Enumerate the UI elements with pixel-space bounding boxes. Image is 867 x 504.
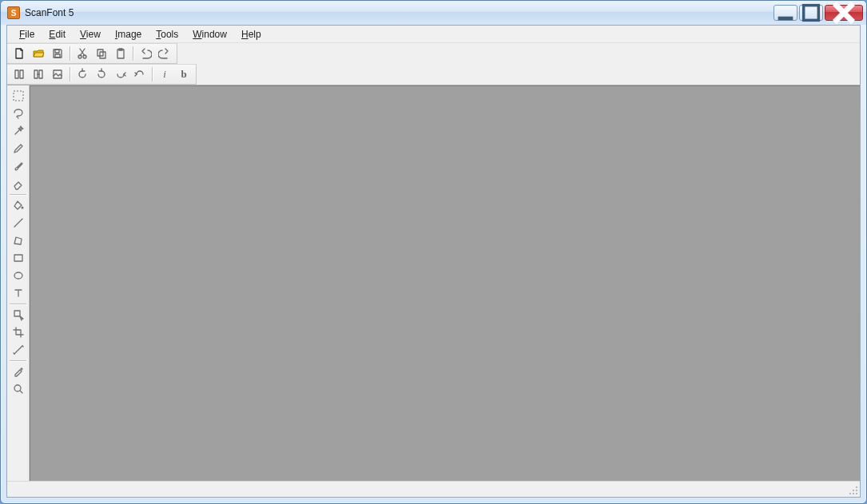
svg-point-12 [22, 207, 24, 209]
paste-button[interactable] [112, 45, 129, 62]
pencil-tool-button[interactable] [9, 140, 28, 157]
app-icon: S [7, 6, 20, 19]
canvas-area[interactable] [30, 85, 860, 481]
close-button[interactable] [825, 5, 863, 21]
toolbar-separator [70, 46, 70, 61]
paste-icon [114, 47, 127, 60]
window-title: ScanFont 5 [25, 7, 774, 18]
toolbar-separator [133, 46, 133, 61]
lasso-tool-button[interactable] [9, 105, 28, 122]
copy-button[interactable] [93, 45, 110, 62]
svg-point-22 [856, 493, 857, 494]
workarea [7, 85, 860, 481]
bold-icon: b [181, 68, 186, 81]
minimize-button[interactable] [774, 5, 797, 21]
svg-point-20 [849, 493, 851, 494]
polygon-tool-button[interactable] [9, 232, 28, 249]
merge-icon [32, 68, 45, 81]
menu-view[interactable]: View [73, 27, 108, 42]
menu-image[interactable]: Image [108, 27, 149, 42]
measure-tool-button[interactable] [9, 341, 28, 359]
rotate-cw-icon [95, 68, 108, 81]
svg-point-21 [853, 493, 854, 494]
menu-window[interactable]: Window [185, 27, 234, 42]
window-controls [774, 5, 863, 21]
ellipse-tool-icon [12, 269, 25, 282]
measure-tool-icon [12, 343, 25, 356]
svg-point-4 [78, 55, 82, 58]
separate-button[interactable] [10, 65, 28, 83]
merge-button[interactable] [30, 65, 47, 83]
zoom-tool-button[interactable] [9, 380, 28, 398]
rotate-ccw-icon [76, 68, 89, 81]
standard-toolbar [7, 43, 860, 64]
text-tool-button[interactable] [9, 284, 28, 302]
marquee-tool-button[interactable] [9, 87, 28, 105]
bold-button[interactable]: b [175, 65, 193, 83]
menu-help[interactable]: Help [234, 27, 268, 42]
save-button[interactable] [49, 45, 66, 62]
flip-v-button[interactable] [131, 65, 149, 83]
marquee-tool-icon [12, 89, 25, 102]
svg-point-5 [83, 55, 86, 58]
eyedropper-tool-button[interactable] [9, 363, 28, 380]
resize-grip-icon[interactable] [847, 484, 858, 495]
titlebar[interactable]: S ScanFont 5 [1, 1, 866, 25]
svg-point-18 [853, 490, 854, 491]
lasso-tool-icon [12, 107, 25, 120]
svg-rect-11 [14, 91, 23, 101]
svg-rect-0 [778, 17, 793, 21]
ellipse-tool-button[interactable] [9, 267, 28, 284]
svg-rect-15 [14, 311, 20, 316]
undo-button[interactable] [137, 45, 154, 62]
font-toolbar: ib [7, 64, 860, 85]
flip-h-button[interactable] [112, 65, 129, 83]
separate-icon [13, 68, 26, 81]
crop-tool-button[interactable] [9, 323, 28, 341]
italic-icon: i [163, 68, 166, 81]
rectangle-tool-button[interactable] [9, 249, 28, 267]
cut-button[interactable] [74, 45, 91, 62]
tool-separator [10, 304, 26, 304]
svg-rect-2 [55, 50, 59, 53]
rectangle-tool-icon [12, 252, 25, 264]
move-tool-button[interactable] [9, 306, 28, 323]
place-button[interactable] [49, 65, 66, 83]
svg-rect-1 [804, 6, 819, 21]
maximize-button[interactable] [799, 5, 823, 21]
svg-point-19 [856, 490, 857, 491]
menubar: FileEditViewImageToolsWindowHelp [7, 26, 860, 43]
save-icon [51, 47, 64, 60]
tool-separator [10, 194, 26, 195]
menu-tools[interactable]: Tools [149, 27, 185, 42]
zoom-tool-icon [12, 383, 25, 395]
cut-icon [76, 47, 89, 60]
eraser-tool-button[interactable] [9, 175, 28, 192]
italic-button[interactable]: i [156, 65, 173, 83]
brush-tool-button[interactable] [9, 157, 28, 175]
menu-file[interactable]: File [12, 27, 42, 42]
flip-h-icon [114, 68, 127, 81]
flip-v-icon [133, 68, 146, 81]
magic-wand-tool-button[interactable] [9, 122, 28, 140]
new-button[interactable] [10, 45, 28, 62]
magic-wand-tool-icon [12, 125, 25, 137]
copy-icon [95, 47, 108, 60]
svg-rect-13 [14, 255, 22, 261]
redo-button[interactable] [156, 45, 173, 62]
toolbar-separator [152, 67, 153, 81]
rotate-ccw-button[interactable] [74, 65, 91, 83]
brush-tool-icon [12, 160, 25, 173]
toolbar-separator [70, 67, 70, 81]
eraser-tool-icon [12, 177, 25, 190]
fill-tool-button[interactable] [9, 196, 28, 214]
undo-icon [139, 47, 152, 60]
rotate-cw-button[interactable] [93, 65, 110, 83]
line-tool-button[interactable] [9, 214, 28, 232]
svg-rect-3 [55, 54, 60, 58]
eyedropper-tool-icon [12, 365, 25, 378]
application-window: S ScanFont 5 FileEditViewImageToolsWindo… [0, 0, 867, 504]
svg-rect-8 [117, 50, 124, 58]
open-button[interactable] [30, 45, 47, 62]
menu-edit[interactable]: Edit [42, 27, 73, 42]
